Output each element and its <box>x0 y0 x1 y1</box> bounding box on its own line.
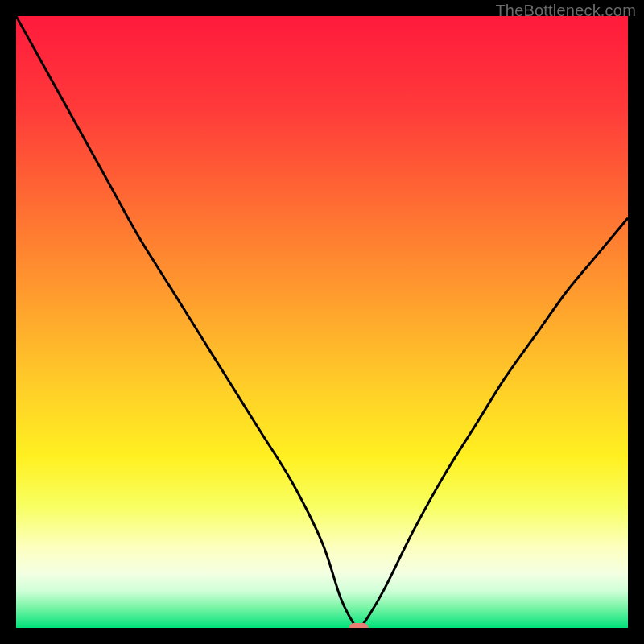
bottleneck-chart <box>16 16 628 628</box>
optimal-marker <box>349 623 369 628</box>
plot-area <box>16 16 628 628</box>
gradient-background <box>16 16 628 628</box>
chart-container: TheBottleneck.com <box>0 0 644 644</box>
